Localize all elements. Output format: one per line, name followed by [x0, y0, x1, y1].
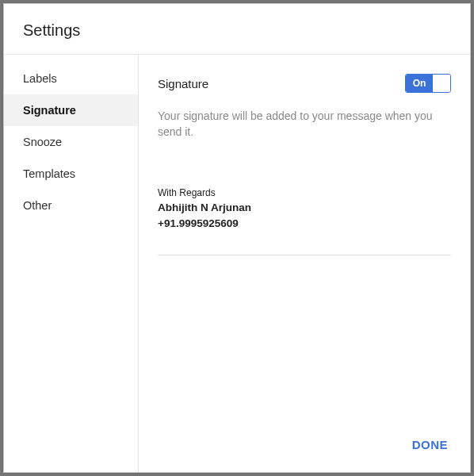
signature-line: Abhijith N Arjunan [158, 200, 451, 216]
sidebar-item-label: Templates [23, 167, 75, 180]
dialog-footer: DONE [158, 422, 451, 458]
sidebar-item-label: Other [23, 199, 52, 212]
dialog-header: Settings [4, 4, 470, 55]
section-description: Your signature will be added to your mes… [158, 109, 451, 140]
section-title: Signature [158, 77, 208, 90]
divider [158, 255, 451, 255]
sidebar-item-labels[interactable]: Labels [4, 63, 138, 94]
signature-line: +91.9995925609 [158, 216, 451, 232]
settings-dialog: Settings Labels Signature Snooze Templat… [3, 3, 471, 473]
page-title: Settings [23, 21, 451, 40]
sidebar-item-templates[interactable]: Templates [4, 158, 138, 190]
sidebar-item-label: Snooze [23, 136, 62, 148]
signature-preview: With Regards Abhijith N Arjunan +91.9995… [158, 186, 451, 232]
sidebar-item-other[interactable]: Other [4, 190, 138, 221]
toggle-on-label: On [406, 75, 433, 92]
settings-sidebar: Labels Signature Snooze Templates Other [4, 55, 139, 472]
settings-content: Signature On Your signature will be adde… [139, 55, 470, 472]
toggle-knob [433, 75, 450, 92]
sidebar-item-label: Labels [23, 72, 57, 85]
sidebar-item-label: Signature [23, 104, 76, 117]
sidebar-item-signature[interactable]: Signature [4, 94, 138, 126]
dialog-body: Labels Signature Snooze Templates Other … [4, 55, 470, 472]
signature-line: With Regards [158, 186, 451, 200]
done-button[interactable]: DONE [409, 432, 451, 458]
signature-toggle[interactable]: On [405, 74, 451, 93]
sidebar-item-snooze[interactable]: Snooze [4, 126, 138, 158]
section-header-row: Signature On [158, 74, 451, 93]
